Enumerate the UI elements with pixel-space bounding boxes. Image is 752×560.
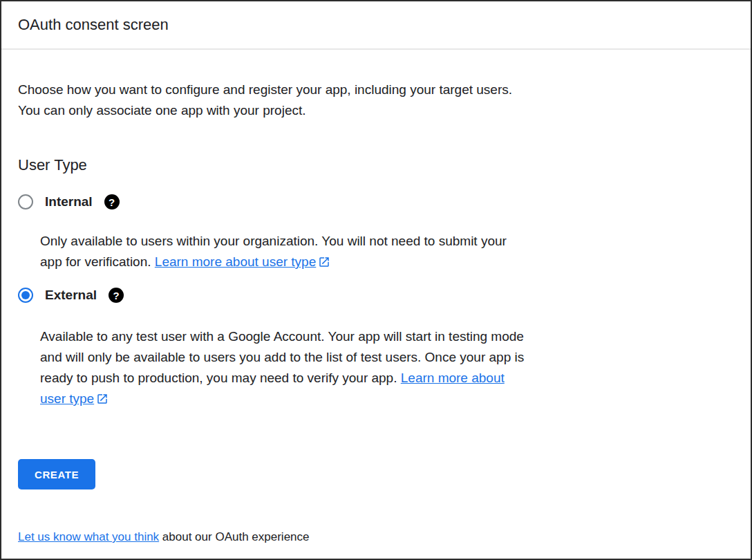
footer-text: about our OAuth experience — [162, 530, 310, 543]
radio-option-external[interactable]: External ? — [18, 288, 734, 303]
learn-more-link-internal-label: Learn more about user type — [155, 254, 316, 269]
feedback-link[interactable]: Let us know what you think — [18, 530, 159, 543]
option-desc-external: Available to any test user with a Google… — [40, 326, 527, 409]
open-in-new-icon — [96, 393, 109, 405]
radio-option-internal[interactable]: Internal ? — [18, 194, 734, 209]
open-in-new-icon — [318, 256, 330, 268]
header-divider — [1, 48, 751, 50]
option-desc-internal: Only available to users within your orga… — [40, 231, 527, 272]
user-type-heading: User Type — [18, 156, 734, 175]
help-icon[interactable]: ? — [109, 288, 124, 303]
page-footer: Let us know what you think about our OAu… — [1, 530, 751, 545]
radio-label-external: External — [45, 288, 97, 303]
radio-internal[interactable] — [18, 194, 33, 209]
oauth-consent-page: OAuth consent screen Choose how you want… — [0, 0, 752, 560]
page-title: OAuth consent screen — [1, 1, 751, 48]
main-content: Choose how you want to configure and reg… — [1, 80, 751, 489]
create-button[interactable]: CREATE — [18, 459, 95, 489]
radio-external[interactable] — [18, 288, 33, 303]
page-header: OAuth consent screen — [1, 1, 751, 48]
intro-text: Choose how you want to configure and reg… — [18, 80, 533, 121]
radio-label-internal: Internal — [45, 194, 93, 209]
learn-more-link-internal[interactable]: Learn more about user type — [155, 254, 330, 269]
help-icon[interactable]: ? — [104, 194, 120, 209]
